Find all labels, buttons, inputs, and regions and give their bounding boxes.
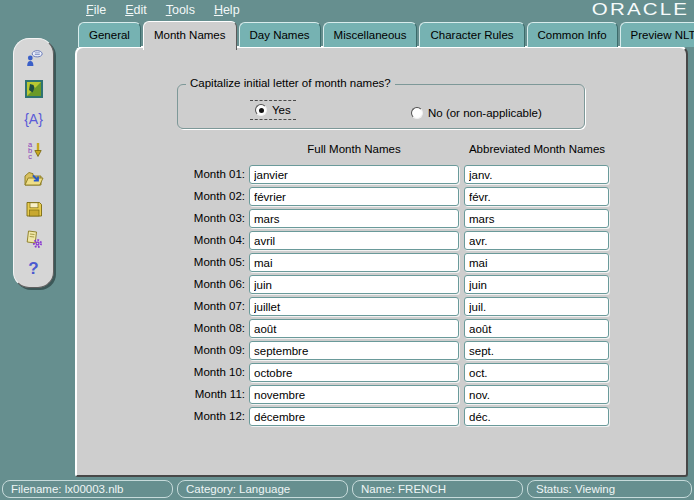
month-row: Month 07:: [77, 297, 686, 316]
month-label: Month 10:: [157, 363, 245, 382]
tab-preview-nlt[interactable]: Preview NLT: [620, 22, 694, 47]
tab-month-names[interactable]: Month Names: [143, 21, 237, 50]
full-month-input[interactable]: [249, 253, 459, 272]
person-speech-bubble-icon: [24, 49, 44, 69]
tab-bar: GeneralMonth NamesDay NamesMiscellaneous…: [78, 19, 694, 47]
save-file-icon[interactable]: [23, 198, 45, 219]
tab-general[interactable]: General: [78, 22, 141, 47]
locale-builder-window: FileEditToolsHelp ORACLE GeneralMonth Na…: [0, 0, 694, 500]
capitalize-question-label: Capitalize initial letter of month names…: [186, 77, 395, 89]
month-row: Month 02:: [77, 187, 686, 206]
tab-miscellaneous[interactable]: Miscellaneous: [323, 22, 418, 47]
no-radio-label: No (or non-applicable): [428, 107, 542, 119]
floating-toolbar: {A} a b c: [13, 38, 54, 288]
abbrev-month-input[interactable]: [464, 275, 609, 294]
abbrev-month-input[interactable]: [464, 297, 609, 316]
abbrev-month-input[interactable]: [464, 231, 609, 250]
month-row: Month 12:: [77, 407, 686, 426]
full-month-input[interactable]: [249, 165, 459, 184]
month-row: Month 04:: [77, 231, 686, 250]
menubar: FileEditToolsHelp: [83, 2, 243, 18]
radio-selected-icon[interactable]: [255, 104, 267, 116]
month-label: Month 03:: [157, 209, 245, 228]
abbrev-month-input[interactable]: [464, 341, 609, 360]
month-row: Month 09:: [77, 341, 686, 360]
full-month-input[interactable]: [249, 231, 459, 250]
floppy-disk-icon: [24, 199, 44, 219]
full-month-input[interactable]: [249, 407, 459, 426]
status-viewing: Status: Viewing: [527, 480, 692, 498]
status-category: Category: Language: [177, 480, 348, 498]
month-label: Month 11:: [157, 385, 245, 404]
month-row: Month 01:: [77, 165, 686, 184]
oracle-logo: ORACLE: [592, 0, 689, 20]
menu-edit[interactable]: Edit: [122, 2, 150, 18]
question-mark-icon: ?: [28, 260, 38, 277]
open-folder-icon: [23, 169, 44, 189]
territory-map-icon: [24, 79, 44, 99]
full-month-input[interactable]: [249, 341, 459, 360]
full-month-names-header: Full Month Names: [249, 143, 459, 155]
full-month-input[interactable]: [249, 385, 459, 404]
month-label: Month 04:: [157, 231, 245, 250]
month-row: Month 05:: [77, 253, 686, 272]
status-name: Name: FRENCH: [352, 480, 523, 498]
menu-tools[interactable]: Tools: [163, 2, 198, 18]
abbrev-month-input[interactable]: [464, 165, 609, 184]
abc-sort-icon: a b c: [24, 139, 44, 159]
new-language-icon[interactable]: [23, 48, 45, 69]
month-label: Month 05:: [157, 253, 245, 272]
status-filename: Filename: lx00003.nlb: [2, 480, 173, 498]
capitalize-groupbox: Capitalize initial letter of month names…: [177, 84, 585, 129]
abbrev-month-input[interactable]: [464, 319, 609, 338]
new-linguistic-sort-icon[interactable]: a b c: [23, 138, 45, 159]
month-label: Month 09:: [157, 341, 245, 360]
full-month-input[interactable]: [249, 363, 459, 382]
menu-file[interactable]: File: [83, 2, 109, 18]
abbrev-month-input[interactable]: [464, 187, 609, 206]
abbrev-month-input[interactable]: [464, 407, 609, 426]
month-row: Month 08:: [77, 319, 686, 338]
new-character-set-icon[interactable]: {A}: [23, 108, 45, 129]
full-month-input[interactable]: [249, 187, 459, 206]
month-label: Month 01:: [157, 165, 245, 184]
radio-unselected-icon[interactable]: [411, 107, 423, 119]
statusbar: Filename: lx00003.nlb Category: Language…: [0, 478, 694, 500]
tab-day-names[interactable]: Day Names: [239, 22, 321, 47]
capitalize-yes-radio[interactable]: Yes: [250, 100, 296, 120]
new-territory-icon[interactable]: [23, 78, 45, 99]
abbrev-month-input[interactable]: [464, 385, 609, 404]
full-month-input[interactable]: [249, 209, 459, 228]
yes-radio-label: Yes: [272, 104, 291, 116]
abbrev-month-input[interactable]: [464, 363, 609, 382]
month-row: Month 03:: [77, 209, 686, 228]
month-label: Month 02:: [157, 187, 245, 206]
month-label: Month 07:: [157, 297, 245, 316]
month-label: Month 08:: [157, 319, 245, 338]
capitalize-no-radio[interactable]: No (or non-applicable): [406, 104, 547, 122]
month-row: Month 10:: [77, 363, 686, 382]
month-names-panel: Capitalize initial letter of month names…: [75, 46, 688, 477]
tab-character-rules[interactable]: Character Rules: [419, 22, 524, 47]
month-row: Month 11:: [77, 385, 686, 404]
month-label: Month 06:: [157, 275, 245, 294]
abbrev-month-input[interactable]: [464, 253, 609, 272]
menu-help[interactable]: Help: [211, 2, 243, 18]
full-month-input[interactable]: [249, 297, 459, 316]
month-rows: Month 01:Month 02:Month 03:Month 04:Mont…: [77, 165, 686, 429]
month-row: Month 06:: [77, 275, 686, 294]
open-file-icon[interactable]: [23, 168, 45, 189]
help-icon[interactable]: ?: [23, 258, 45, 279]
month-label: Month 12:: [157, 407, 245, 426]
generate-nlb-icon[interactable]: [23, 228, 45, 249]
document-gear-icon: [24, 229, 44, 249]
charset-brace-a-icon: {A}: [24, 112, 43, 126]
tab-common-info[interactable]: Common Info: [527, 22, 618, 47]
svg-text:c: c: [28, 151, 32, 159]
abbrev-month-input[interactable]: [464, 209, 609, 228]
full-month-input[interactable]: [249, 319, 459, 338]
full-month-input[interactable]: [249, 275, 459, 294]
abbreviated-month-names-header: Abbreviated Month Names: [452, 143, 622, 155]
